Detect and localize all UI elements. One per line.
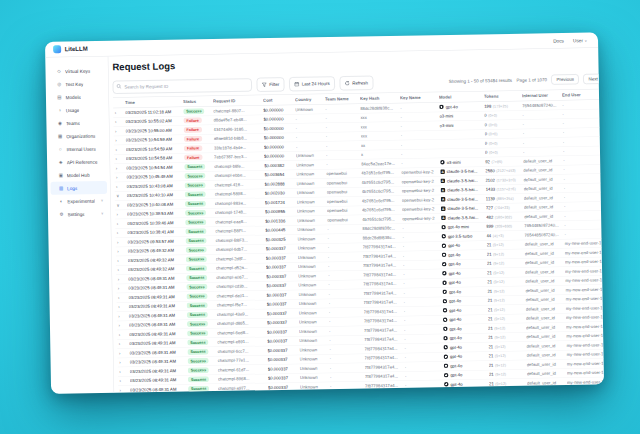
- row-expand-chevron-icon[interactable]: ›: [116, 286, 128, 291]
- sidebar-item-label: Logs: [67, 185, 77, 191]
- refresh-button[interactable]: Refresh: [340, 76, 373, 91]
- cell-internal-user: default_user_id: [523, 158, 563, 164]
- cell-tokens: 198(173+25): [484, 103, 522, 109]
- row-expand-chevron-icon[interactable]: ›: [118, 360, 130, 365]
- cell-internal-user: 7654485087240...: [524, 223, 564, 229]
- docs-link[interactable]: Docs: [553, 38, 564, 44]
- row-expand-chevron-icon[interactable]: ›: [117, 313, 129, 318]
- tokens-breakdown: (9+12): [493, 280, 504, 285]
- cell-end-user: -: [563, 157, 604, 163]
- row-expand-chevron-icon[interactable]: ›: [115, 230, 127, 235]
- row-expand-chevron-icon[interactable]: ›: [113, 110, 125, 115]
- row-expand-chevron-icon[interactable]: ›: [114, 128, 126, 133]
- row-expand-chevron-icon[interactable]: ›: [117, 323, 129, 328]
- model-name: gpt-4o: [449, 289, 461, 294]
- cell-tokens: 21(9+12): [487, 260, 525, 266]
- tokens-total: 482: [486, 215, 493, 220]
- status-badge: Success: [187, 312, 208, 318]
- cell-key-name: -: [405, 363, 444, 369]
- cell-model: gpt-4o: [444, 363, 489, 369]
- row-expand-chevron-icon[interactable]: ›: [114, 138, 126, 143]
- cell-internal-user: default_user_id: [525, 260, 565, 266]
- row-expand-chevron-icon[interactable]: ›: [117, 332, 129, 337]
- cell-country: Unknown: [297, 236, 327, 242]
- row-expand-chevron-icon[interactable]: ›: [114, 147, 126, 152]
- sidebar-item-api-reference[interactable]: ◈API Reference: [50, 155, 107, 169]
- search-input[interactable]: [113, 78, 252, 93]
- cell-status: Failure: [183, 117, 213, 124]
- row-expand-chevron-icon[interactable]: ∨: [115, 202, 127, 207]
- cell-time: 03/23/2025 10:54:59 AM: [126, 146, 184, 152]
- cell-status: Success: [186, 293, 216, 300]
- row-expand-chevron-icon[interactable]: ›: [117, 304, 129, 309]
- cell-cost: $0.000000: [264, 135, 296, 141]
- row-expand-chevron-icon[interactable]: ›: [116, 267, 128, 272]
- cell-internal-user: default_user_id: [526, 306, 566, 312]
- row-expand-chevron-icon[interactable]: ∨: [115, 193, 127, 198]
- sidebar-item-internal-users[interactable]: ○Internal Users: [50, 142, 107, 156]
- previous-page-button[interactable]: Previous: [551, 74, 579, 84]
- sidebar-item-teams[interactable]: ◉Teams: [49, 116, 106, 130]
- sidebar-item-experimental[interactable]: ◐Experimental∨: [51, 194, 108, 208]
- row-expand-chevron-icon[interactable]: ›: [115, 221, 127, 226]
- row-expand-chevron-icon[interactable]: ›: [116, 276, 128, 281]
- row-expand-chevron-icon[interactable]: ›: [114, 184, 126, 189]
- cell-end-user: -: [564, 194, 604, 200]
- cell-request-id: chatcmpl-6ed8...: [217, 330, 267, 336]
- date-range-button[interactable]: Last 24 Hours: [289, 76, 335, 91]
- sidebar-item-virtual-keys[interactable]: ◇Virtual Keys: [48, 64, 105, 78]
- cell-status: Failure: [184, 154, 214, 161]
- cell-key-name: -: [400, 105, 439, 111]
- row-expand-chevron-icon[interactable]: ›: [116, 249, 128, 254]
- cell-team-name: -: [327, 226, 362, 232]
- row-expand-chevron-icon[interactable]: ›: [118, 369, 130, 374]
- row-expand-chevron-icon[interactable]: ›: [115, 239, 127, 244]
- tokens-breakdown: (1732+370): [496, 178, 515, 183]
- column-header-internal-user: Internal User: [522, 92, 562, 98]
- status-badge: Success: [184, 173, 205, 179]
- tokens-total: 0: [485, 131, 487, 136]
- openai-icon: [443, 336, 448, 341]
- sidebar-item-label: Models: [65, 94, 80, 100]
- sidebar-item-usage[interactable]: ◔Usage: [49, 103, 106, 117]
- row-expand-chevron-icon[interactable]: ›: [115, 212, 127, 217]
- row-expand-chevron-icon[interactable]: ›: [116, 258, 128, 263]
- sidebar-item-models[interactable]: ▤Models: [49, 90, 106, 104]
- cell-model: Aclaude-3-5-hai...: [440, 168, 485, 174]
- cell-internal-user: default_user_id: [526, 297, 566, 303]
- sidebar-item-logs[interactable]: ▥Logs: [50, 181, 107, 195]
- sidebar-item-settings[interactable]: ⚙Settings∨: [51, 207, 108, 221]
- row-expand-chevron-icon[interactable]: ›: [118, 378, 130, 383]
- cell-internal-user: -: [523, 139, 563, 145]
- sidebar-item-organizations[interactable]: ▦Organizations: [50, 129, 107, 143]
- sidebar-item-test-key[interactable]: ◎Test Key: [49, 77, 106, 91]
- row-expand-chevron-icon[interactable]: ›: [114, 165, 126, 170]
- row-expand-chevron-icon[interactable]: ›: [117, 341, 129, 346]
- openai-icon: [444, 364, 449, 369]
- row-expand-chevron-icon[interactable]: ›: [118, 387, 130, 392]
- tokens-total: 21: [488, 344, 493, 349]
- openai-icon: [439, 105, 444, 110]
- row-expand-chevron-icon[interactable]: ›: [114, 156, 126, 161]
- cell-cost: $0.000000: [263, 107, 295, 113]
- row-expand-chevron-icon[interactable]: ›: [116, 295, 128, 300]
- sidebar-item-model-hub[interactable]: ▣Model Hub: [50, 168, 107, 182]
- next-page-button[interactable]: Next: [583, 74, 602, 84]
- cell-cost: $0.001336: [265, 218, 297, 224]
- filter-button[interactable]: Filter: [257, 77, 285, 91]
- cell-key-name: -: [404, 308, 443, 314]
- cell-team-name: -: [330, 356, 365, 362]
- cell-tokens: 21(9+12): [489, 353, 527, 359]
- row-expand-chevron-icon[interactable]: ›: [114, 175, 126, 180]
- row-expand-chevron-icon[interactable]: ›: [117, 350, 129, 355]
- anthropic-icon: A: [440, 179, 445, 184]
- filter-button-label: Filter: [269, 82, 279, 87]
- cell-model: [440, 152, 485, 153]
- tokens-total: 44: [486, 233, 491, 238]
- cell-status: Success: [188, 358, 218, 365]
- table-body: ›03/23/2025 11:02:18 AMSuccesschatcmpl-8…: [113, 100, 604, 394]
- user-menu[interactable]: User∨: [573, 37, 587, 43]
- cell-country: Unknown: [297, 217, 327, 223]
- cell-key-hash: 7f877984317a4...: [364, 299, 404, 305]
- row-expand-chevron-icon[interactable]: ›: [113, 119, 125, 124]
